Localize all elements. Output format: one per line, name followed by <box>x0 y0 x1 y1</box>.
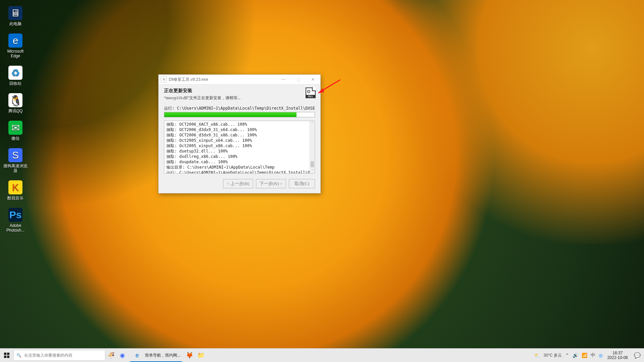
desktop-icon-edge[interactable]: eMicrosoft Edge <box>3 34 28 58</box>
tray-chevron-icon[interactable]: ⌃ <box>565 353 569 358</box>
search-placeholder: 在这里输入你要搜索的内容 <box>24 353 72 358</box>
bin-icon: ♻ <box>8 66 22 80</box>
taskbar-firefox-icon[interactable]: 🦊 <box>184 349 195 362</box>
desktop-icon-kw[interactable]: K酷我音乐 <box>3 180 28 200</box>
sogou-icon: S <box>8 148 22 162</box>
pc-icon: 🖥 <box>8 6 22 20</box>
edge-icon: e <box>8 34 22 48</box>
desktop-icon-label: 回收站 <box>9 81 21 86</box>
taskbar-clock[interactable]: 16:37 2022-10-06 <box>605 351 631 360</box>
minimize-button[interactable]: — <box>276 75 291 84</box>
desktop-icon-bin[interactable]: ♻回收站 <box>3 66 28 86</box>
install-heading: 正在更新安装 <box>164 88 315 94</box>
cancel-button[interactable]: 取消(C) <box>289 179 315 188</box>
desktop-icon-label: 微信 <box>11 136 19 141</box>
taskbar-explorer-icon[interactable]: 📁 <box>195 349 207 362</box>
svg-rect-4 <box>4 356 6 358</box>
progress-bar <box>164 112 315 117</box>
svg-rect-3 <box>7 353 9 355</box>
svg-rect-2 <box>4 353 6 355</box>
search-icon: 🔍 <box>16 353 21 358</box>
clock-time: 16:37 <box>612 351 623 355</box>
desktop-icon-wx[interactable]: ✉微信 <box>3 121 28 141</box>
edge-icon: e <box>131 349 143 362</box>
wx-icon: ✉ <box>8 121 22 135</box>
system-tray[interactable]: ⛅ 30°C 多云 ⌃ 🔊 📶 中 ◎ <box>532 352 604 358</box>
log-box[interactable]: 抽取: OCT2006_XACT_x86.cab... 100%抽取: OCT2… <box>164 121 315 174</box>
maximize-button[interactable]: ▢ <box>291 75 306 84</box>
search-input[interactable]: 🔍 在这里输入你要搜索的内容 <box>13 350 105 361</box>
install-subtitle: “msvcp110.dll”文件正在更新安装，请稍等... <box>164 95 315 101</box>
desktop-icon-label: 腾讯QQ <box>8 109 23 113</box>
svg-line-0 <box>320 80 340 92</box>
action-center-icon[interactable]: 💬 <box>631 349 644 362</box>
annotation-arrow <box>318 78 341 93</box>
desktop-icon-label: 酷我音乐 <box>7 196 23 200</box>
running-command: 运行: C:\Users\ADMINI~1\AppData\Local\Temp… <box>164 106 315 111</box>
scroll-up-icon[interactable]: ˄ <box>310 121 315 126</box>
ps-icon: Ps <box>8 208 22 222</box>
clock-date: 2022-10-06 <box>607 355 628 360</box>
desktop-icon-ps[interactable]: PsAdobe Photosh... <box>3 208 28 233</box>
window-icon: ⧉ <box>161 76 167 82</box>
scroll-down-icon[interactable]: ˅ <box>310 169 315 173</box>
svg-rect-5 <box>7 356 9 358</box>
wifi-icon[interactable]: 📶 <box>582 353 587 358</box>
back-button[interactable]: < 上一步(B) <box>223 179 253 188</box>
security-icon[interactable]: ◎ <box>599 353 603 358</box>
log-lines: 抽取: OCT2006_XACT_x86.cab... 100%抽取: OCT2… <box>166 122 310 174</box>
scroll-thumb[interactable] <box>311 161 314 167</box>
desktop-icon-pc[interactable]: 🖥此电脑 <box>3 6 28 26</box>
next-button[interactable]: 下一步(N) > <box>256 179 286 188</box>
titlebar[interactable]: ⧉ Dll修复工具.v9.23.exe — ▢ ✕ <box>159 75 320 84</box>
desktop-icons: 🖥此电脑eMicrosoft Edge♻回收站🐧腾讯QQ✉微信S搜狗高速浏览器K… <box>3 6 28 233</box>
log-scrollbar[interactable]: ˄ ˅ <box>310 121 315 173</box>
desktop[interactable]: 🖥此电脑eMicrosoft Edge♻回收站🐧腾讯QQ✉微信S搜狗高速浏览器K… <box>0 0 644 349</box>
ime-icon[interactable]: 中 <box>591 352 595 358</box>
taskbar-tab-title: 简单导航，简约网... <box>145 353 180 358</box>
weather-text[interactable]: 30°C 多云 <box>543 353 561 358</box>
start-button[interactable] <box>0 349 13 362</box>
desktop-icon-sogou[interactable]: S搜狗高速浏览器 <box>3 148 28 173</box>
desktop-icon-label: 此电脑 <box>9 21 21 26</box>
installer-window: ⧉ Dll修复工具.v9.23.exe — ▢ ✕ ⚙ DLL 正在更新安装 “… <box>158 74 321 193</box>
desktop-icon-qq[interactable]: 🐧腾讯QQ <box>3 93 28 113</box>
kw-icon: K <box>8 180 22 194</box>
volume-icon[interactable]: 🔊 <box>573 353 578 358</box>
close-button[interactable]: ✕ <box>306 75 320 84</box>
taskbar-edge-active[interactable]: e 简单导航，简约网... <box>128 349 184 362</box>
weather-icon[interactable]: ⛅ <box>534 353 540 358</box>
desktop-icon-label: Adobe Photosh... <box>3 223 28 233</box>
window-title: Dll修复工具.v9.23.exe <box>169 77 208 82</box>
desktop-icon-label: 搜狗高速浏览器 <box>3 164 28 173</box>
qq-icon: 🐧 <box>8 93 22 107</box>
task-view-icon[interactable]: 🍜 <box>105 349 117 362</box>
taskbar-sogou-icon[interactable]: ◉ <box>117 349 128 362</box>
taskbar[interactable]: 🔍 在这里输入你要搜索的内容 🍜 ◉ e 简单导航，简约网... 🦊 📁 ⛅ 3… <box>0 348 644 362</box>
dll-icon: ⚙ DLL <box>306 87 316 98</box>
desktop-icon-label: Microsoft Edge <box>3 49 28 58</box>
